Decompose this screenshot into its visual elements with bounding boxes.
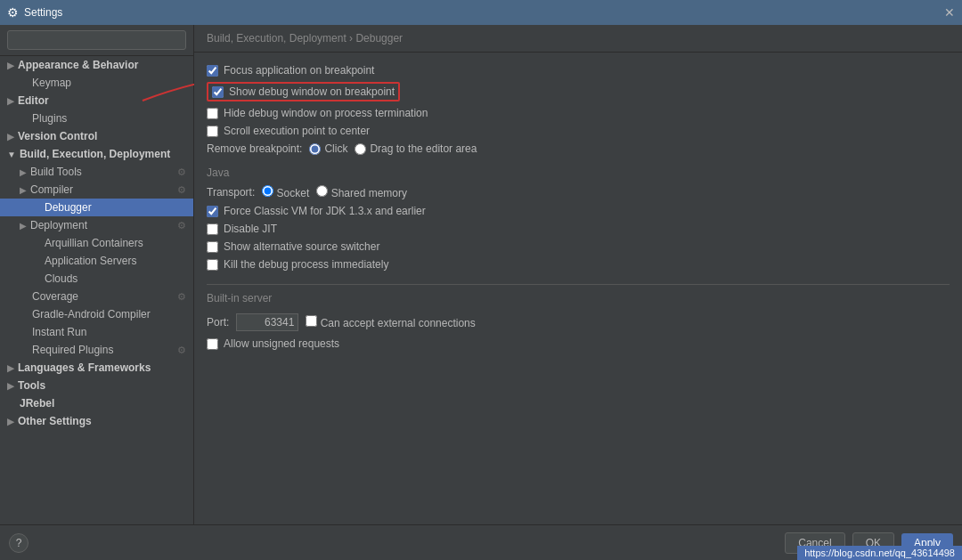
- show-debug-window-checkbox[interactable]: [212, 86, 224, 98]
- port-row: Port: Can accept external connections: [207, 310, 950, 335]
- url-bar: https://blog.csdn.net/qq_43614498: [797, 546, 962, 560]
- show-alt-source-row: Show alternative source switcher: [207, 238, 950, 256]
- force-classic-vm-label[interactable]: Force Classic VM for JDK 1.3.x and earli…: [207, 205, 426, 217]
- arrow-icon: ▶: [7, 381, 14, 391]
- gear-icon: ⚙: [177, 220, 186, 231]
- show-debug-window-highlight: Show debug window on breakpoint: [207, 82, 400, 101]
- sidebar-item-other-settings[interactable]: ▶Other Settings: [0, 412, 193, 430]
- hide-debug-window-checkbox[interactable]: [207, 108, 218, 119]
- sidebar-item-tools[interactable]: ▶Tools: [0, 377, 193, 394]
- drag-radio[interactable]: [355, 143, 366, 155]
- force-classic-vm-checkbox[interactable]: [207, 206, 218, 217]
- sidebar-item-label: Deployment: [30, 219, 87, 231]
- scroll-execution-checkbox[interactable]: [207, 126, 218, 137]
- sidebar-item-label: JRebel: [20, 397, 54, 410]
- scroll-execution-row: Scroll execution point to center: [207, 122, 950, 140]
- focus-on-breakpoint-checkbox[interactable]: [207, 65, 218, 77]
- sidebar-item-label: Keymap: [32, 77, 71, 89]
- hide-debug-window-row: Hide debug window on process termination: [207, 104, 950, 122]
- remove-breakpoint-group: Remove breakpoint: Click Drag to the edi…: [207, 140, 950, 158]
- sidebar-item-arquillian[interactable]: Arquillian Containers: [0, 234, 193, 252]
- sidebar-item-app-servers[interactable]: Application Servers: [0, 252, 193, 270]
- settings-icon: ⚙: [7, 5, 19, 20]
- shared-memory-radio[interactable]: [316, 185, 328, 197]
- show-debug-window-label[interactable]: Show debug window on breakpoint: [212, 85, 395, 98]
- remove-breakpoint-label: Remove breakpoint:: [207, 142, 302, 155]
- arrow-icon: ▶: [7, 363, 14, 373]
- sidebar-item-label: Debugger: [45, 201, 92, 214]
- scroll-execution-label[interactable]: Scroll execution point to center: [207, 125, 370, 137]
- arrow-icon: ▶: [20, 167, 27, 177]
- sidebar-item-instant-run[interactable]: Instant Run: [0, 323, 193, 341]
- disable-jit-row: Disable JIT: [207, 220, 950, 238]
- sidebar-item-compiler[interactable]: ▶Compiler⚙: [0, 181, 193, 199]
- sidebar-item-keymap[interactable]: Keymap: [0, 74, 193, 92]
- built-in-server-label: Built-in server: [207, 284, 950, 304]
- disable-jit-label[interactable]: Disable JIT: [207, 223, 277, 235]
- sidebar-item-clouds[interactable]: Clouds: [0, 270, 193, 288]
- allow-unsigned-row: Allow unsigned requests: [207, 335, 950, 353]
- sidebar-item-label: Instant Run: [32, 326, 86, 338]
- sidebar-item-debugger[interactable]: Debugger: [0, 199, 193, 216]
- sidebar-item-languages[interactable]: ▶Languages & Frameworks: [0, 359, 193, 377]
- sidebar-item-appearance[interactable]: ▶Appearance & Behavior: [0, 56, 193, 74]
- socket-radio-label[interactable]: Socket: [262, 185, 309, 199]
- focus-on-breakpoint-label[interactable]: Focus application on breakpoint: [207, 64, 374, 77]
- sidebar-item-label: Plugins: [32, 112, 67, 125]
- close-button[interactable]: ✕: [944, 5, 955, 20]
- sidebar-item-version-control[interactable]: ▶Version Control: [0, 127, 193, 145]
- kill-debug-label[interactable]: Kill the debug process immediately: [207, 258, 388, 271]
- sidebar-item-label: Clouds: [45, 272, 77, 285]
- sidebar-item-gradle-android[interactable]: Gradle-Android Compiler: [0, 305, 193, 323]
- click-radio-label[interactable]: Click: [309, 142, 347, 155]
- gear-icon: ⚙: [177, 166, 186, 178]
- content-area: Build, Execution, Deployment › Debugger …: [194, 25, 962, 524]
- arrow-icon: ▶: [7, 132, 14, 142]
- port-input[interactable]: [236, 313, 298, 331]
- click-radio[interactable]: [309, 143, 321, 155]
- gear-icon: ⚙: [177, 291, 186, 303]
- sidebar-item-deployment[interactable]: ▶Deployment⚙: [0, 216, 193, 234]
- sidebar-item-label: Tools: [18, 379, 45, 392]
- sidebar-item-required-plugins[interactable]: Required Plugins⚙: [0, 341, 193, 359]
- gear-icon: ⚙: [177, 345, 186, 356]
- title-bar: ⚙ Settings ✕: [0, 0, 962, 25]
- breadcrumb: Build, Execution, Deployment › Debugger: [194, 25, 962, 53]
- hide-debug-window-label[interactable]: Hide debug window on process termination: [207, 107, 428, 119]
- arrow-icon: ▶: [7, 61, 14, 70]
- can-accept-label[interactable]: Can accept external connections: [306, 315, 475, 329]
- sidebar: ▶Appearance & BehaviorKeymap▶EditorPlugi…: [0, 25, 194, 524]
- port-label: Port:: [207, 316, 229, 329]
- window-title: Settings: [24, 6, 62, 19]
- drag-radio-label[interactable]: Drag to the editor area: [355, 142, 477, 155]
- sidebar-item-label: Languages & Frameworks: [18, 361, 151, 374]
- show-alt-source-label[interactable]: Show alternative source switcher: [207, 240, 379, 253]
- disable-jit-checkbox[interactable]: [207, 223, 218, 235]
- search-box: [0, 25, 193, 56]
- focus-on-breakpoint-row: Focus application on breakpoint: [207, 61, 950, 79]
- sidebar-item-editor[interactable]: ▶Editor: [0, 92, 193, 110]
- search-input[interactable]: [7, 30, 186, 50]
- sidebar-item-build-tools[interactable]: ▶Build Tools⚙: [0, 163, 193, 181]
- gear-icon: ⚙: [177, 184, 186, 196]
- show-debug-window-row: Show debug window on breakpoint: [207, 79, 950, 104]
- arrow-icon: ▶: [20, 185, 27, 195]
- sidebar-item-plugins[interactable]: Plugins: [0, 110, 193, 127]
- show-alt-source-checkbox[interactable]: [207, 241, 218, 253]
- sidebar-item-label: Gradle-Android Compiler: [32, 308, 151, 321]
- allow-unsigned-label[interactable]: Allow unsigned requests: [207, 337, 339, 350]
- sidebar-item-label: Build Tools: [30, 166, 82, 178]
- help-button[interactable]: ?: [9, 533, 29, 553]
- shared-memory-radio-label[interactable]: Shared memory: [316, 185, 407, 199]
- transport-row: Transport: Socket Shared memory: [207, 183, 950, 202]
- sidebar-item-label: Version Control: [18, 130, 97, 142]
- sidebar-item-build-execution[interactable]: ▼Build, Execution, Deployment: [0, 145, 193, 163]
- sidebar-item-jrebel[interactable]: JRebel: [0, 394, 193, 412]
- sidebar-item-label: Coverage: [32, 290, 78, 303]
- socket-radio[interactable]: [262, 185, 273, 197]
- sidebar-item-coverage[interactable]: Coverage⚙: [0, 288, 193, 305]
- sidebar-item-label: Compiler: [30, 183, 73, 196]
- kill-debug-checkbox[interactable]: [207, 259, 218, 271]
- allow-unsigned-checkbox[interactable]: [207, 338, 218, 350]
- can-accept-checkbox[interactable]: [306, 315, 317, 327]
